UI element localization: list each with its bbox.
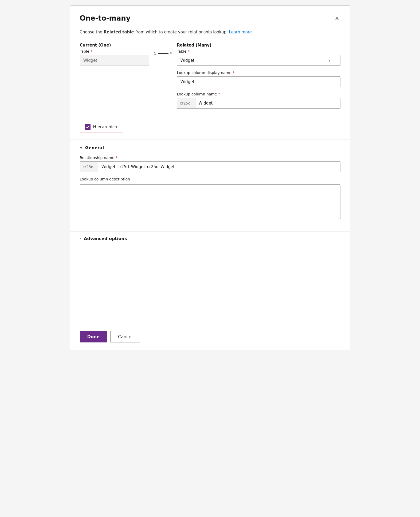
relationship-name-group: Relationship name * cr25d_: [80, 156, 340, 172]
relationship-section: Current (One) Table * Widget 1 * Related…: [80, 43, 340, 113]
lookup-name-required: *: [218, 92, 220, 96]
dialog-header: One-to-many ✕: [80, 14, 340, 23]
cancel-button[interactable]: Cancel: [110, 331, 140, 342]
relationship-name-label: Relationship name *: [80, 156, 340, 160]
lookup-display-label: Lookup column display name *: [177, 71, 340, 75]
hierarchical-checkbox[interactable]: [85, 124, 91, 130]
current-section-label: Current (One): [80, 43, 149, 48]
hierarchical-label: Hierarchical: [93, 124, 119, 129]
description-suffix: from which to create your relationship l…: [134, 30, 228, 34]
hierarchical-checkbox-wrapper[interactable]: Hierarchical: [80, 121, 123, 133]
description-textarea[interactable]: [80, 184, 340, 219]
description-bold: Related table: [104, 30, 134, 34]
done-button[interactable]: Done: [80, 331, 107, 342]
related-table-group: Table * Widget ∨: [177, 49, 340, 66]
lookup-display-input[interactable]: [177, 76, 340, 87]
general-toggle[interactable]: ∨ General: [80, 145, 340, 150]
close-icon: ✕: [335, 15, 339, 22]
current-table-label: Table *: [80, 49, 149, 53]
relationship-name-input[interactable]: [98, 162, 340, 172]
related-many-section: Related (Many) Table * Widget ∨ Lookup c…: [177, 43, 340, 113]
lookup-name-input[interactable]: [195, 98, 340, 108]
advanced-toggle[interactable]: › Advanced options: [80, 236, 340, 241]
general-toggle-label: General: [85, 145, 104, 150]
hierarchical-section: Hierarchical: [80, 121, 340, 133]
related-table-label: Table *: [177, 49, 340, 53]
connector-line: [158, 53, 168, 54]
description-label: Lookup column description: [80, 177, 340, 181]
lookup-display-group: Lookup column display name *: [177, 71, 340, 87]
related-section-label: Related (Many): [177, 43, 340, 48]
one-to-many-dialog: One-to-many ✕ Choose the Related table f…: [70, 5, 350, 350]
chevron-down-icon: ∨: [328, 59, 331, 62]
lookup-name-label: Lookup column name *: [177, 92, 340, 96]
chevron-down-icon: ∨: [80, 145, 83, 150]
advanced-section: › Advanced options: [80, 232, 340, 246]
relationship-name-prefix: cr25d_: [80, 162, 98, 172]
related-table-select[interactable]: Widget ∨: [177, 55, 340, 66]
checkmark-icon: [86, 125, 89, 129]
relationship-name-required: *: [116, 156, 117, 160]
connector-area: 1 *: [149, 51, 177, 56]
relationship-name-field: cr25d_: [80, 161, 340, 172]
general-section: ∨ General Relationship name * cr25d_ Loo…: [80, 140, 340, 225]
current-table-value: Widget: [80, 55, 149, 66]
related-table-control[interactable]: Widget ∨: [177, 55, 340, 66]
chevron-right-icon: ›: [80, 236, 81, 241]
connector-one-label: 1: [154, 51, 156, 56]
related-table-required: *: [188, 49, 190, 53]
spacer: [80, 253, 340, 324]
lookup-name-field: cr25d_: [177, 98, 340, 109]
description-group: Lookup column description: [80, 177, 340, 220]
close-button[interactable]: ✕: [334, 14, 340, 23]
current-one-section: Current (One) Table * Widget: [80, 43, 149, 66]
lookup-display-required: *: [233, 71, 234, 75]
advanced-toggle-label: Advanced options: [84, 236, 127, 241]
current-table-required: *: [91, 49, 92, 53]
dialog-title: One-to-many: [80, 14, 131, 22]
connector-many-label: *: [170, 51, 172, 56]
lookup-name-group: Lookup column name * cr25d_: [177, 92, 340, 109]
related-table-selected-value: Widget: [180, 58, 194, 63]
lookup-name-prefix: cr25d_: [177, 98, 195, 108]
learn-more-link[interactable]: Learn more: [229, 30, 252, 34]
description-text: Choose the Related table from which to c…: [80, 29, 340, 35]
description-prefix: Choose the: [80, 30, 104, 34]
dialog-footer: Done Cancel: [80, 324, 340, 350]
